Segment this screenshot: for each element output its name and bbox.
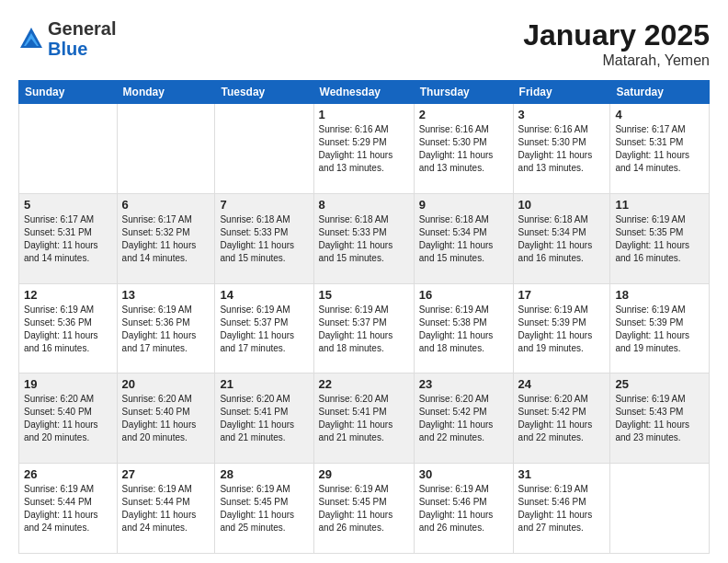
- day-number: 12: [24, 288, 112, 302]
- day-info: Sunrise: 6:20 AM Sunset: 5:40 PM Dayligh…: [24, 393, 112, 444]
- day-number: 6: [122, 198, 210, 212]
- day-info: Sunrise: 6:20 AM Sunset: 5:40 PM Dayligh…: [122, 393, 210, 444]
- day-number: 22: [319, 377, 409, 391]
- day-cell: 8Sunrise: 6:18 AM Sunset: 5:33 PM Daylig…: [313, 193, 414, 283]
- day-cell: 27Sunrise: 6:19 AM Sunset: 5:44 PM Dayli…: [117, 464, 215, 554]
- week-row-3: 12Sunrise: 6:19 AM Sunset: 5:36 PM Dayli…: [19, 283, 710, 373]
- day-info: Sunrise: 6:19 AM Sunset: 5:45 PM Dayligh…: [220, 483, 308, 534]
- day-number: 24: [518, 377, 606, 391]
- day-number: 7: [220, 198, 308, 212]
- day-info: Sunrise: 6:19 AM Sunset: 5:37 PM Dayligh…: [220, 304, 308, 355]
- header-row: SundayMondayTuesdayWednesdayThursdayFrid…: [19, 81, 710, 104]
- day-info: Sunrise: 6:19 AM Sunset: 5:38 PM Dayligh…: [419, 304, 508, 355]
- day-info: Sunrise: 6:18 AM Sunset: 5:33 PM Dayligh…: [319, 213, 409, 265]
- day-number: 18: [615, 288, 704, 302]
- day-cell: 21Sunrise: 6:20 AM Sunset: 5:41 PM Dayli…: [215, 373, 313, 464]
- day-number: 3: [518, 108, 606, 121]
- week-row-4: 19Sunrise: 6:20 AM Sunset: 5:40 PM Dayli…: [19, 373, 710, 464]
- day-info: Sunrise: 6:20 AM Sunset: 5:41 PM Dayligh…: [220, 393, 308, 444]
- day-cell: 26Sunrise: 6:19 AM Sunset: 5:44 PM Dayli…: [19, 464, 118, 554]
- day-cell: [117, 104, 215, 194]
- title-block: January 2025 Matarah, Yemen: [523, 18, 710, 69]
- day-number: 20: [122, 377, 210, 391]
- day-cell: 12Sunrise: 6:19 AM Sunset: 5:36 PM Dayli…: [19, 283, 118, 373]
- day-info: Sunrise: 6:18 AM Sunset: 5:33 PM Dayligh…: [220, 213, 308, 265]
- day-header-monday: Monday: [117, 81, 215, 104]
- day-number: 11: [615, 198, 704, 212]
- day-info: Sunrise: 6:16 AM Sunset: 5:29 PM Dayligh…: [319, 123, 409, 175]
- day-number: 1: [319, 108, 409, 121]
- day-number: 29: [319, 467, 409, 481]
- day-number: 9: [419, 198, 508, 212]
- day-header-tuesday: Tuesday: [215, 81, 313, 104]
- day-number: 4: [615, 108, 704, 121]
- day-info: Sunrise: 6:19 AM Sunset: 5:35 PM Dayligh…: [615, 213, 704, 265]
- week-row-2: 5Sunrise: 6:17 AM Sunset: 5:31 PM Daylig…: [19, 193, 710, 283]
- day-header-saturday: Saturday: [610, 81, 710, 104]
- day-cell: 30Sunrise: 6:19 AM Sunset: 5:46 PM Dayli…: [414, 464, 513, 554]
- day-info: Sunrise: 6:19 AM Sunset: 5:44 PM Dayligh…: [122, 483, 210, 534]
- day-cell: 19Sunrise: 6:20 AM Sunset: 5:40 PM Dayli…: [19, 373, 118, 464]
- week-row-1: 1Sunrise: 6:16 AM Sunset: 5:29 PM Daylig…: [19, 104, 710, 194]
- day-header-wednesday: Wednesday: [313, 81, 414, 104]
- day-number: 26: [24, 467, 112, 481]
- day-number: 21: [220, 377, 308, 391]
- day-info: Sunrise: 6:19 AM Sunset: 5:36 PM Dayligh…: [122, 304, 210, 355]
- day-info: Sunrise: 6:20 AM Sunset: 5:42 PM Dayligh…: [419, 393, 508, 444]
- day-cell: 1Sunrise: 6:16 AM Sunset: 5:29 PM Daylig…: [313, 104, 414, 194]
- day-info: Sunrise: 6:19 AM Sunset: 5:36 PM Dayligh…: [24, 304, 112, 355]
- month-title: January 2025: [523, 18, 710, 52]
- day-header-friday: Friday: [513, 81, 610, 104]
- day-info: Sunrise: 6:19 AM Sunset: 5:46 PM Dayligh…: [419, 483, 508, 534]
- day-cell: 13Sunrise: 6:19 AM Sunset: 5:36 PM Dayli…: [117, 283, 215, 373]
- logo-icon: [18, 26, 44, 52]
- day-cell: 16Sunrise: 6:19 AM Sunset: 5:38 PM Dayli…: [414, 283, 513, 373]
- day-cell: 24Sunrise: 6:20 AM Sunset: 5:42 PM Dayli…: [513, 373, 610, 464]
- calendar-table: SundayMondayTuesdayWednesdayThursdayFrid…: [18, 80, 710, 554]
- day-info: Sunrise: 6:18 AM Sunset: 5:34 PM Dayligh…: [518, 213, 606, 265]
- day-info: Sunrise: 6:19 AM Sunset: 5:39 PM Dayligh…: [518, 304, 606, 355]
- day-number: 2: [419, 108, 508, 121]
- day-number: 27: [122, 467, 210, 481]
- day-number: 19: [24, 377, 112, 391]
- day-cell: [215, 104, 313, 194]
- day-info: Sunrise: 6:16 AM Sunset: 5:30 PM Dayligh…: [419, 123, 508, 175]
- day-info: Sunrise: 6:19 AM Sunset: 5:37 PM Dayligh…: [319, 304, 409, 355]
- day-cell: 6Sunrise: 6:17 AM Sunset: 5:32 PM Daylig…: [117, 193, 215, 283]
- day-number: 5: [24, 198, 112, 212]
- day-header-thursday: Thursday: [414, 81, 513, 104]
- header: General Blue January 2025 Matarah, Yemen: [18, 18, 710, 69]
- day-cell: 17Sunrise: 6:19 AM Sunset: 5:39 PM Dayli…: [513, 283, 610, 373]
- day-cell: 20Sunrise: 6:20 AM Sunset: 5:40 PM Dayli…: [117, 373, 215, 464]
- day-number: 31: [518, 467, 606, 481]
- location: Matarah, Yemen: [523, 52, 710, 69]
- day-number: 23: [419, 377, 508, 391]
- day-cell: 29Sunrise: 6:19 AM Sunset: 5:45 PM Dayli…: [313, 464, 414, 554]
- day-info: Sunrise: 6:19 AM Sunset: 5:43 PM Dayligh…: [615, 393, 704, 444]
- day-info: Sunrise: 6:20 AM Sunset: 5:41 PM Dayligh…: [319, 393, 409, 444]
- day-cell: 23Sunrise: 6:20 AM Sunset: 5:42 PM Dayli…: [414, 373, 513, 464]
- day-cell: 15Sunrise: 6:19 AM Sunset: 5:37 PM Dayli…: [313, 283, 414, 373]
- day-info: Sunrise: 6:20 AM Sunset: 5:42 PM Dayligh…: [518, 393, 606, 444]
- day-info: Sunrise: 6:19 AM Sunset: 5:45 PM Dayligh…: [319, 483, 409, 534]
- day-number: 30: [419, 467, 508, 481]
- day-info: Sunrise: 6:17 AM Sunset: 5:31 PM Dayligh…: [24, 213, 112, 265]
- day-cell: 18Sunrise: 6:19 AM Sunset: 5:39 PM Dayli…: [610, 283, 710, 373]
- day-cell: [19, 104, 118, 194]
- day-cell: 28Sunrise: 6:19 AM Sunset: 5:45 PM Dayli…: [215, 464, 313, 554]
- week-row-5: 26Sunrise: 6:19 AM Sunset: 5:44 PM Dayli…: [19, 464, 710, 554]
- day-number: 25: [615, 377, 704, 391]
- day-info: Sunrise: 6:16 AM Sunset: 5:30 PM Dayligh…: [518, 123, 606, 175]
- logo: General Blue: [18, 18, 116, 59]
- logo-blue-text: Blue: [48, 39, 87, 59]
- day-cell: 4Sunrise: 6:17 AM Sunset: 5:31 PM Daylig…: [610, 104, 710, 194]
- day-cell: 3Sunrise: 6:16 AM Sunset: 5:30 PM Daylig…: [513, 104, 610, 194]
- day-info: Sunrise: 6:17 AM Sunset: 5:31 PM Dayligh…: [615, 123, 704, 175]
- day-cell: 25Sunrise: 6:19 AM Sunset: 5:43 PM Dayli…: [610, 373, 710, 464]
- day-number: 16: [419, 288, 508, 302]
- day-info: Sunrise: 6:17 AM Sunset: 5:32 PM Dayligh…: [122, 213, 210, 265]
- day-cell: [610, 464, 710, 554]
- logo-text: General Blue: [48, 18, 116, 59]
- day-number: 15: [319, 288, 409, 302]
- day-number: 8: [319, 198, 409, 212]
